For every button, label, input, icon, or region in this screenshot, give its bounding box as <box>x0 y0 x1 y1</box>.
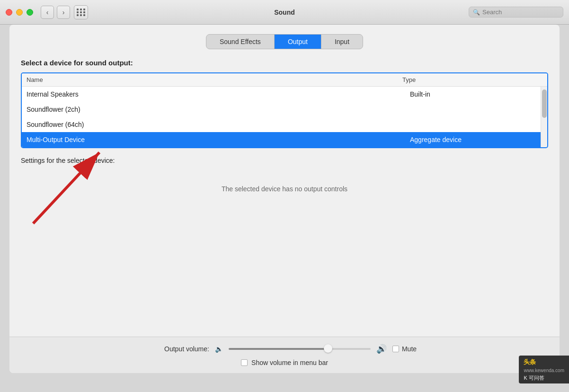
tab-input[interactable]: Input <box>321 35 363 49</box>
table-row-selected[interactable]: Multi-Output Device Aggregate device <box>22 132 547 147</box>
titlebar: ‹ › Sound 🔍 <box>0 0 569 25</box>
nav-buttons: ‹ › <box>41 6 70 19</box>
volume-slider-thumb <box>324 344 332 353</box>
main-content: Sound Effects Output Input Select a devi… <box>9 25 560 373</box>
row-type: Built-in <box>410 90 542 98</box>
section-label: Select a device for sound output: <box>21 59 548 67</box>
grid-view-button[interactable] <box>74 5 88 19</box>
volume-low-icon: 🔈 <box>215 345 223 353</box>
search-input[interactable] <box>482 9 559 16</box>
chevron-left-icon: ‹ <box>46 9 49 16</box>
column-header-name: Name <box>27 76 402 83</box>
bottom-controls: Output volume: 🔈 🔊 Mute Show volume in m… <box>9 337 560 373</box>
menubar-checkbox[interactable] <box>241 359 248 366</box>
no-controls-message: The selected device has no output contro… <box>21 171 548 207</box>
watermark-brand: 头条 <box>524 357 564 367</box>
device-table: Name Type Internal Speakers Built-in Sou… <box>21 72 548 148</box>
settings-label: Settings for the selected device: <box>21 157 548 164</box>
window-title: Sound <box>274 9 295 16</box>
settings-section: Settings for the selected device: The se… <box>21 157 548 207</box>
tabs-group: Sound Effects Output Input <box>206 34 363 49</box>
volume-row: Output volume: 🔈 🔊 Mute <box>21 344 548 354</box>
row-name: Soundflower (2ch) <box>27 106 410 113</box>
row-type: Aggregate device <box>410 136 542 143</box>
watermark: 头条 www.kewenda.com K 可问答 <box>519 356 569 383</box>
volume-slider[interactable] <box>229 348 371 350</box>
column-header-type: Type <box>402 76 535 83</box>
search-icon: 🔍 <box>473 9 480 16</box>
row-name: Multi-Output Device <box>27 136 410 143</box>
chevron-right-icon: › <box>62 9 65 16</box>
watermark-url: www.kewenda.com <box>524 367 564 374</box>
tab-sound-effects[interactable]: Sound Effects <box>206 35 274 49</box>
search-box[interactable]: 🔍 <box>469 7 563 18</box>
table-row[interactable]: Internal Speakers Built-in <box>22 87 547 102</box>
maximize-button[interactable] <box>27 9 33 16</box>
tabs-container: Sound Effects Output Input <box>21 34 548 49</box>
forward-button[interactable]: › <box>57 6 70 19</box>
table-header: Name Type <box>22 73 547 87</box>
mute-checkbox[interactable]: Mute <box>392 345 417 353</box>
table-body: Internal Speakers Built-in Soundflower (… <box>22 87 547 147</box>
minimize-button[interactable] <box>16 9 23 16</box>
close-button[interactable] <box>6 9 12 16</box>
row-name: Internal Speakers <box>27 90 410 98</box>
menubar-row: Show volume in menu bar <box>21 359 548 366</box>
watermark-k: K 可问答 <box>524 374 564 382</box>
scrollbar-thumb <box>542 89 547 118</box>
volume-label: Output volume: <box>152 345 209 353</box>
table-row[interactable]: Soundflower (2ch) <box>22 102 547 117</box>
grid-icon <box>77 9 86 16</box>
table-row[interactable]: Soundflower (64ch) <box>22 117 547 132</box>
traffic-lights <box>6 9 33 16</box>
mute-label: Mute <box>402 345 417 353</box>
mute-checkbox-box[interactable] <box>392 346 399 352</box>
back-button[interactable]: ‹ <box>41 6 54 19</box>
table-scrollbar[interactable] <box>541 87 547 147</box>
tab-output[interactable]: Output <box>275 35 321 49</box>
menubar-label: Show volume in menu bar <box>251 359 328 366</box>
volume-high-icon: 🔊 <box>376 344 387 354</box>
row-name: Soundflower (64ch) <box>27 121 410 128</box>
